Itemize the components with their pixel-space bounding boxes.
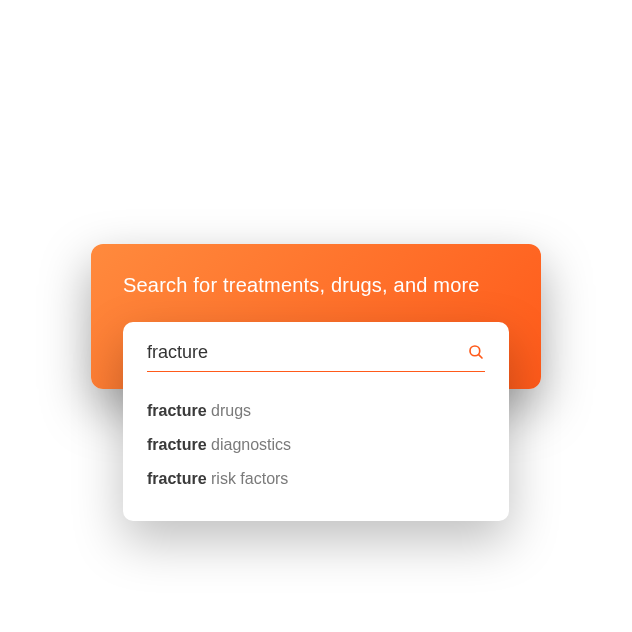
search-input[interactable] — [147, 342, 467, 363]
suggestion-item[interactable]: fracture drugs — [147, 394, 485, 428]
suggestion-rest: diagnostics — [207, 436, 292, 453]
search-widget: Search for treatments, drugs, and more f… — [91, 244, 541, 389]
suggestion-item[interactable]: fracture diagnostics — [147, 428, 485, 462]
svg-line-1 — [479, 355, 482, 358]
suggestion-match: fracture — [147, 436, 207, 453]
suggestion-match: fracture — [147, 470, 207, 487]
suggestion-rest: risk factors — [207, 470, 289, 487]
suggestion-rest: drugs — [207, 402, 251, 419]
header-title: Search for treatments, drugs, and more — [123, 274, 509, 297]
search-icon[interactable] — [467, 343, 485, 361]
suggestion-item[interactable]: fracture risk factors — [147, 462, 485, 496]
suggestion-match: fracture — [147, 402, 207, 419]
suggestions-list: fracture drugs fracture diagnostics frac… — [147, 372, 485, 497]
search-panel: fracture drugs fracture diagnostics frac… — [123, 322, 509, 521]
search-row — [147, 342, 485, 372]
